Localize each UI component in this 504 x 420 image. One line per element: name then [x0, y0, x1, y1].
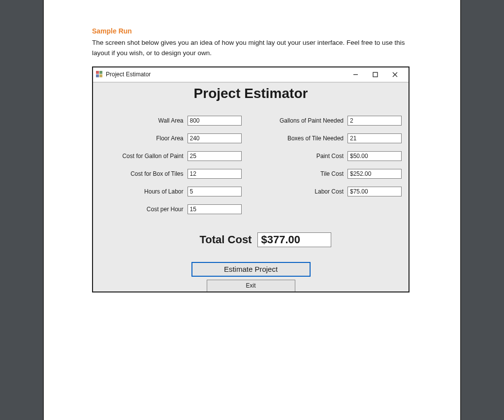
cost-paint-input[interactable] — [188, 151, 242, 161]
svg-rect-1 — [99, 71, 102, 74]
window-title: Project Estimator — [106, 71, 346, 78]
cost-tile-input[interactable] — [188, 169, 242, 179]
floor-area-label: Floor Area — [156, 135, 183, 142]
cost-paint-row: Cost for Gallon of Paint — [100, 151, 242, 162]
document-page: Sample Run The screen shot below gives y… — [43, 0, 461, 420]
boxes-output: 21 — [347, 133, 402, 143]
floor-area-input[interactable] — [188, 133, 242, 143]
cost-tile-row: Cost for Box of Tiles — [100, 168, 242, 179]
total-output: $377.00 — [257, 232, 331, 247]
labor-cost-label: Labor Cost — [315, 188, 344, 195]
hours-input[interactable] — [188, 187, 242, 196]
cost-hour-row: Cost per Hour — [100, 204, 242, 215]
paint-cost-row: Paint Cost $50.00 — [260, 151, 402, 162]
svg-rect-2 — [96, 74, 99, 77]
form-columns: Wall Area Floor Area Cost for Gallon of … — [100, 115, 402, 222]
paint-cost-label: Paint Cost — [316, 153, 344, 160]
paint-cost-output: $50.00 — [347, 151, 402, 161]
input-column: Wall Area Floor Area Cost for Gallon of … — [100, 115, 242, 222]
wall-area-label: Wall Area — [158, 117, 184, 124]
svg-rect-3 — [99, 74, 102, 77]
total-label: Total Cost — [200, 233, 252, 246]
svg-rect-5 — [373, 72, 378, 77]
tile-cost-label: Tile Cost — [320, 170, 344, 177]
floor-area-row: Floor Area — [100, 133, 242, 144]
app-icon — [96, 71, 103, 78]
cost-hour-input[interactable] — [188, 204, 242, 214]
hours-row: Hours of Labor — [100, 186, 242, 197]
total-row: Total Cost $377.00 — [129, 232, 402, 247]
gallons-row: Gallons of Paint Needed 2 — [260, 115, 402, 126]
output-column: Gallons of Paint Needed 2 Boxes of Tile … — [260, 115, 402, 222]
button-stack: Estimate Project Exit — [100, 262, 402, 291]
close-icon[interactable] — [385, 68, 405, 80]
boxes-label: Boxes of Tile Needed — [287, 135, 344, 142]
cost-tile-label: Cost for Box of Tiles — [130, 170, 183, 177]
exit-button[interactable]: Exit — [207, 280, 295, 291]
estimate-button[interactable]: Estimate Project — [191, 262, 311, 277]
hours-label: Hours of Labor — [144, 188, 183, 195]
minimize-icon[interactable] — [346, 68, 365, 80]
section-heading: Sample Run — [92, 27, 418, 35]
tile-cost-output: $252.00 — [347, 169, 402, 179]
cost-hour-label: Cost per Hour — [147, 206, 184, 213]
maximize-icon[interactable] — [365, 68, 385, 80]
form-heading: Project Estimator — [100, 86, 402, 101]
wall-area-input[interactable] — [188, 116, 242, 126]
cost-paint-label: Cost for Gallon of Paint — [122, 153, 183, 160]
svg-rect-0 — [96, 71, 99, 74]
app-window: Project Estimator Project Estimator Wall… — [92, 66, 410, 292]
title-bar: Project Estimator — [93, 67, 409, 82]
boxes-row: Boxes of Tile Needed 21 — [260, 133, 402, 144]
section-description: The screen shot below gives you an idea … — [92, 38, 418, 59]
labor-cost-row: Labor Cost $75.00 — [260, 186, 402, 197]
client-area: Project Estimator Wall Area Floor Area C… — [93, 82, 409, 291]
wall-area-row: Wall Area — [100, 115, 242, 126]
gallons-output: 2 — [347, 116, 402, 126]
tile-cost-row: Tile Cost $252.00 — [260, 168, 402, 179]
gallons-label: Gallons of Paint Needed — [280, 117, 344, 124]
labor-cost-output: $75.00 — [347, 187, 402, 196]
